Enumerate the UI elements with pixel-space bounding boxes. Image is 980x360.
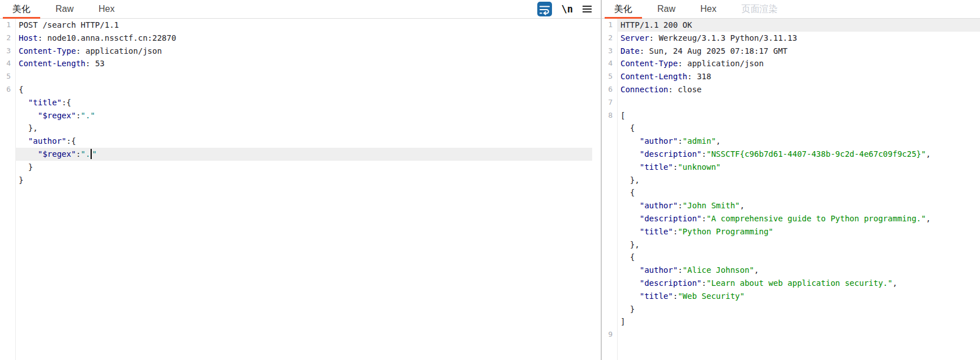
code-line-content: "author":{ [15,135,592,148]
code-token: Content-Length [19,59,85,68]
code-line[interactable]: 7 [602,96,980,109]
code-line[interactable]: { [602,186,980,199]
code-token: } [19,162,33,172]
code-token: "author" [28,136,66,145]
code-token: { [19,85,23,94]
tab-hex[interactable]: Hex [86,0,127,18]
response-editor[interactable]: 1HTTP/1.1 200 OK2Server: Werkzeug/3.1.3 … [602,19,980,360]
code-line[interactable]: "$regex":"." [0,109,601,122]
code-line-content: Host: node10.anna.nssctf.cn:22870 [15,32,592,45]
line-number [602,148,617,161]
code-token [620,227,640,236]
code-line[interactable]: ] [602,315,980,328]
tab-raw[interactable]: Raw [645,0,688,18]
line-number [602,264,617,277]
response-panel: 美化RawHex页面渲染 1HTTP/1.1 200 OK2Server: We… [601,0,980,360]
code-token: node10.anna.nssctf.cn:22870 [48,33,177,42]
code-line[interactable]: 1POST /search HTTP/1.1 [0,19,601,32]
code-token: : [678,265,682,275]
code-line[interactable]: 5Content-Length: 318 [602,70,980,83]
code-line[interactable]: 5 [0,70,601,83]
tab-raw[interactable]: Raw [43,0,86,18]
code-line[interactable]: "title":{ [0,96,601,109]
code-line[interactable]: }, [0,122,601,135]
code-token: Content-Type [19,46,76,55]
code-token: application/json [85,46,162,55]
code-token: : [673,227,678,236]
line-number [0,174,15,187]
code-line[interactable]: "title":"Python Programming" [602,225,980,238]
newline-icon[interactable]: \n [562,3,573,15]
code-line-content: }, [617,174,980,187]
menu-icon[interactable] [583,6,592,12]
code-line[interactable]: "author":"admin", [602,135,980,148]
code-line[interactable]: 3Content-Type: application/json [0,45,601,58]
code-token: "NSSCTF{c96b7d61-4407-438b-9c2d-4e67c09f… [707,149,926,158]
code-line[interactable]: 3Date: Sun, 24 Aug 2025 07:18:17 GMT [602,45,980,58]
code-line[interactable]: 4Content-Type: application/json [602,57,980,70]
line-number: 3 [602,45,617,58]
code-token: 318 [697,72,711,81]
code-token: { [620,123,635,132]
request-tabbar: 美化RawHex\n [0,0,601,19]
line-number [602,251,617,264]
code-line[interactable]: { [602,251,980,264]
tab-render[interactable]: 页面渲染 [729,0,790,18]
code-token: } [620,305,635,314]
code-line[interactable]: 1HTTP/1.1 200 OK [602,19,980,32]
code-token: , [740,201,744,210]
code-token: : [673,292,678,301]
code-token: 53 [95,59,105,68]
code-line-content: "title":{ [15,96,592,109]
code-line[interactable]: 6{ [0,83,601,96]
code-line[interactable]: } [0,174,601,187]
code-line[interactable]: "author":{ [0,135,601,148]
code-token: Werkzeug/3.1.3 Python/3.11.13 [658,33,797,42]
code-token: " [92,149,96,158]
code-line[interactable]: } [0,161,601,174]
code-token [620,292,640,301]
line-number: 7 [602,96,617,109]
code-line-content: Content-Type: application/json [15,45,592,58]
code-token [19,111,38,120]
request-editor[interactable]: 1POST /search HTTP/1.12Host: node10.anna… [0,19,601,360]
tab-beautify[interactable]: 美化 [0,0,43,18]
code-line[interactable]: 4Content-Length: 53 [0,57,601,70]
code-line[interactable]: { [602,122,980,135]
code-token: }, [620,175,640,185]
code-line-content: Date: Sun, 24 Aug 2025 07:18:17 GMT [617,45,980,58]
code-line[interactable]: 2Host: node10.anna.nssctf.cn:22870 [0,32,601,45]
tab-beautify[interactable]: 美化 [602,0,645,18]
code-token: Host [19,33,38,42]
code-token: "description" [640,149,702,158]
code-line[interactable]: 2Server: Werkzeug/3.1.3 Python/3.11.13 [602,32,980,45]
code-token: Sun, 24 Aug 2025 07:18:17 GMT [649,46,788,55]
line-number [0,109,15,122]
code-line[interactable]: "description":"Learn about web applicati… [602,277,980,290]
code-line[interactable]: 9 [602,328,980,341]
code-line[interactable]: "title":"unknown" [602,161,980,174]
code-line[interactable]: "author":"Alice Johnson", [602,264,980,277]
line-number [602,303,617,316]
code-line[interactable]: }, [602,174,980,187]
code-token: "Web Security" [678,292,744,301]
code-line[interactable]: "author":"John Smith", [602,199,980,212]
code-token: } [19,175,23,185]
code-line[interactable]: } [602,303,980,316]
code-token [620,201,640,210]
code-line[interactable]: "description":"A comprehensive guide to … [602,212,980,225]
code-token: , [716,136,721,145]
code-line[interactable]: 6Connection: close [602,83,980,96]
tab-hex[interactable]: Hex [688,0,729,18]
code-line[interactable]: 8[ [602,109,980,122]
code-token [620,149,640,158]
code-token: : [85,59,95,68]
code-line[interactable]: "description":"NSSCTF{c96b7d61-4407-438b… [602,148,980,161]
code-line[interactable]: }, [602,238,980,251]
code-line[interactable]: "$regex":"." [0,148,601,161]
word-wrap-icon[interactable] [537,2,552,16]
code-token: : [76,111,80,120]
line-number [602,225,617,238]
code-token: : [701,278,706,288]
code-line[interactable]: "title":"Web Security" [602,290,980,303]
